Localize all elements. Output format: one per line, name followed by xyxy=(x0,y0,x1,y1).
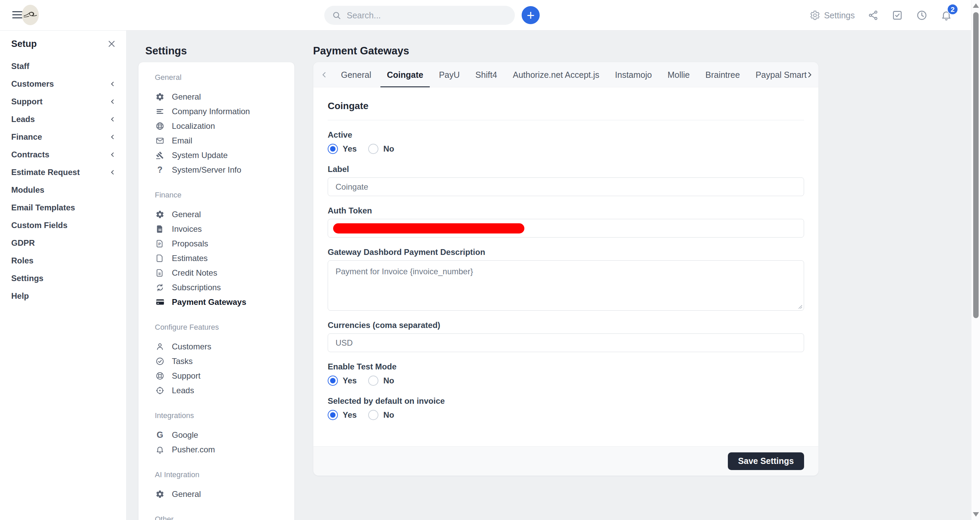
file-lines-icon xyxy=(155,268,165,278)
file-p-icon xyxy=(155,239,165,249)
check-square-icon[interactable] xyxy=(891,10,903,21)
currencies-input[interactable]: USD xyxy=(328,333,804,352)
test-mode-no-radio[interactable] xyxy=(368,376,379,386)
menu-item-proposals[interactable]: Proposals xyxy=(155,236,294,251)
sidebar-item-estimate-request[interactable]: Estimate Request xyxy=(0,163,126,181)
default-invoice-yes-radio[interactable] xyxy=(328,410,338,420)
menu-item-estimates[interactable]: Estimates xyxy=(155,251,294,265)
scroll-up-icon[interactable] xyxy=(973,3,979,8)
menu-item-email[interactable]: Email xyxy=(155,133,294,148)
tab-instamojo[interactable]: Instamojo xyxy=(607,62,659,87)
file-text-icon xyxy=(155,224,165,234)
chevron-left-icon xyxy=(109,81,116,87)
chevron-left-icon[interactable] xyxy=(320,71,328,79)
settings-section-general: General General Company Information Loca… xyxy=(138,72,294,177)
sidebar-item-customers[interactable]: Customers xyxy=(0,75,126,93)
active-yes-radio[interactable] xyxy=(328,144,338,154)
page-scrollbar[interactable] xyxy=(971,0,980,520)
default-invoice-radio-group: Yes No xyxy=(328,409,804,421)
default-invoice-no-radio[interactable] xyxy=(368,410,379,420)
tab-general[interactable]: General xyxy=(333,62,379,87)
menu-item-feature-tasks[interactable]: Tasks xyxy=(155,354,294,368)
bell-icon[interactable]: 2 xyxy=(940,10,952,21)
clock-icon[interactable] xyxy=(916,10,928,21)
tab-coingate[interactable]: Coingate xyxy=(379,62,431,87)
logo-knot[interactable] xyxy=(22,5,39,25)
sidebar-item-gdpr[interactable]: GDPR xyxy=(0,234,126,252)
sidebar-item-custom-fields[interactable]: Custom Fields xyxy=(0,217,126,234)
menu-item-payment-gateways[interactable]: Payment Gateways xyxy=(155,295,294,309)
menu-item-finance-general[interactable]: General xyxy=(155,207,294,222)
sidebar-item-settings[interactable]: Settings xyxy=(0,270,126,287)
test-mode-yes-radio[interactable] xyxy=(328,376,338,386)
menu-item-ai-general[interactable]: General xyxy=(155,487,294,501)
tab-mollie[interactable]: Mollie xyxy=(660,62,698,87)
sidebar-item-support[interactable]: Support xyxy=(0,93,126,111)
menu-item-invoices[interactable]: Invoices xyxy=(155,222,294,236)
close-icon[interactable] xyxy=(107,40,116,48)
sidebar-item-finance[interactable]: Finance xyxy=(0,128,126,146)
sidebar-item-leads[interactable]: Leads xyxy=(0,111,126,128)
section-heading: Finance xyxy=(155,189,294,201)
hamburger-icon[interactable] xyxy=(12,11,22,19)
sidebar-title: Setup xyxy=(11,39,37,49)
tab-braintree[interactable]: Braintree xyxy=(698,62,748,87)
menu-item-system-update[interactable]: System Update xyxy=(155,148,294,162)
sidebar-item-roles[interactable]: Roles xyxy=(0,252,126,270)
radio-label: Yes xyxy=(343,144,356,154)
quick-add-button[interactable]: + xyxy=(522,6,540,24)
menu-item-feature-support[interactable]: Support xyxy=(155,368,294,383)
auth-token-input[interactable] xyxy=(328,219,804,238)
plus-icon: + xyxy=(527,8,535,23)
radio-label: Yes xyxy=(343,376,356,385)
sidebar-item-help[interactable]: Help xyxy=(0,287,126,305)
tab-shift4[interactable]: Shift4 xyxy=(468,62,505,87)
chevron-left-icon xyxy=(109,133,116,140)
search-bar xyxy=(324,6,515,25)
radio-label: No xyxy=(383,144,394,154)
active-label: Active xyxy=(328,130,804,139)
scrollbar-thumb[interactable] xyxy=(973,12,978,318)
search-input[interactable] xyxy=(347,11,508,21)
setup-sidebar: Setup Staff Customers Support Leads Fina… xyxy=(0,30,127,520)
gear-icon xyxy=(155,209,165,220)
gateway-form: Coingate Active Yes No Label Coingate Au… xyxy=(313,87,818,421)
tab-paypal-smart-checkout[interactable]: Paypal Smart Checkout xyxy=(748,62,807,87)
active-no-radio[interactable] xyxy=(368,144,379,154)
menu-item-company-information[interactable]: Company Information xyxy=(155,104,294,119)
menu-item-localization[interactable]: Localization xyxy=(155,119,294,133)
menu-item-system-server-info[interactable]: ?System/Server Info xyxy=(155,162,294,177)
scroll-down-icon[interactable] xyxy=(973,512,979,517)
credit-card-icon xyxy=(155,297,165,307)
menu-item-feature-leads[interactable]: Leads xyxy=(155,383,294,398)
menu-item-subscriptions[interactable]: Subscriptions xyxy=(155,280,294,295)
chevron-right-icon[interactable] xyxy=(805,71,814,79)
menu-item-pusher[interactable]: Pusher.com xyxy=(155,442,294,457)
currencies-label: Currencies (coma separated) xyxy=(328,321,804,329)
resize-handle-icon[interactable] xyxy=(797,303,802,309)
topbar-settings-button[interactable]: Settings xyxy=(810,10,855,21)
gateway-tabs: General Coingate PayU Shift4 Authorize.n… xyxy=(333,62,807,87)
card-footer: Save Settings xyxy=(313,446,818,476)
radio-label: No xyxy=(383,376,394,385)
tab-payu[interactable]: PayU xyxy=(431,62,468,87)
gear-icon xyxy=(810,10,820,21)
gear-icon xyxy=(155,92,165,102)
tab-authorize-net[interactable]: Authorize.net Accept.js xyxy=(505,62,607,87)
sidebar-item-modules[interactable]: Modules xyxy=(0,181,126,199)
sidebar-item-email-templates[interactable]: Email Templates xyxy=(0,199,126,217)
question-icon: ? xyxy=(155,165,165,175)
menu-item-general[interactable]: General xyxy=(155,89,294,104)
menu-item-credit-notes[interactable]: Credit Notes xyxy=(155,265,294,280)
file-icon xyxy=(155,253,165,263)
save-settings-button[interactable]: Save Settings xyxy=(728,452,804,470)
sidebar-item-staff[interactable]: Staff xyxy=(0,57,126,75)
menu-item-google[interactable]: GGoogle xyxy=(155,428,294,442)
sidebar-item-contracts[interactable]: Contracts xyxy=(0,146,126,163)
label-input[interactable]: Coingate xyxy=(328,178,804,196)
section-heading: Integrations xyxy=(155,410,294,422)
share-icon[interactable] xyxy=(868,10,878,21)
menu-item-feature-customers[interactable]: Customers xyxy=(155,339,294,354)
notification-badge: 2 xyxy=(947,4,958,15)
description-textarea[interactable]: Payment for Invoice {invoice_number} xyxy=(328,260,804,311)
